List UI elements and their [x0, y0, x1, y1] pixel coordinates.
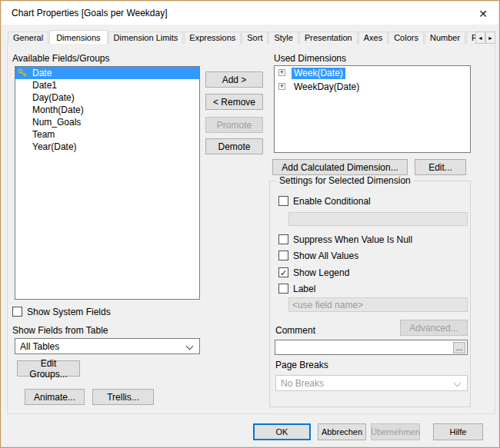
available-fields-list: Date Date1 Day(Date) Month(Date) Num_Goa…	[15, 66, 200, 300]
tab-scroll-right-icon[interactable]: ►	[485, 32, 495, 44]
list-item-label: Month(Date)	[32, 105, 84, 115]
tab-scroll-arrows: ◄ ►	[475, 32, 495, 44]
advanced-button: Advanced...	[400, 320, 468, 336]
show-legend-checkbox[interactable]: ✓Show Legend	[278, 267, 349, 277]
tab-expressions[interactable]: Expressions	[184, 32, 241, 44]
dimensions-tab-panel: Available Fields/Groups Date Date1	[7, 43, 495, 414]
expand-plus-icon[interactable]: +	[278, 83, 285, 90]
list-item-team[interactable]: Team	[15, 128, 199, 141]
page-breaks-value: No Breaks	[281, 378, 324, 389]
conditional-expression-field	[288, 212, 468, 226]
tab-number[interactable]: Number	[425, 32, 465, 44]
label-field-placeholder: <use field name>	[289, 298, 467, 312]
tab-axes[interactable]: Axes	[358, 32, 388, 44]
enable-conditional-checkbox[interactable]: Enable Conditional	[278, 195, 371, 206]
tree-item-week-date[interactable]: + Week(Date)	[275, 66, 470, 80]
list-item-label: Date	[32, 68, 52, 78]
checkbox-label: Enable Conditional	[293, 196, 371, 207]
comment-label: Comment	[275, 325, 315, 336]
demote-button[interactable]: Demote	[205, 138, 263, 154]
tab-dimension-limits[interactable]: Dimension Limits	[108, 32, 184, 44]
checkbox-box	[278, 284, 288, 294]
remove-button[interactable]: < Remove	[205, 94, 263, 110]
page-breaks-label: Page Breaks	[275, 360, 328, 370]
label-field: <use field name>	[288, 297, 468, 312]
table-select[interactable]: All Tables	[15, 338, 200, 354]
list-item-month-date[interactable]: Month(Date)	[15, 104, 199, 116]
checkbox-label: Label	[293, 284, 315, 294]
comment-field-wrap: ...	[275, 340, 468, 355]
tab-scroll-left-icon[interactable]: ◄	[475, 32, 485, 44]
checkbox-box	[278, 234, 288, 244]
tab-presentation[interactable]: Presentation	[299, 32, 358, 44]
edit-button[interactable]: Edit...	[415, 159, 466, 175]
key-icon	[18, 68, 27, 78]
list-item-label: Num_Goals	[32, 117, 81, 128]
chevron-down-icon	[454, 380, 462, 387]
tree-item-weekday-date[interactable]: + WeekDay(Date)	[275, 80, 470, 94]
check-icon: ✓	[280, 268, 287, 277]
list-item-label: Team	[32, 129, 55, 140]
show-system-fields-checkbox[interactable]: Show System Fields	[12, 306, 111, 317]
show-all-values-checkbox[interactable]: Show All Values	[278, 250, 358, 261]
add-button[interactable]: Add >	[205, 71, 263, 88]
tab-dimensions[interactable]: Dimensions	[49, 30, 107, 44]
show-fields-from-table-label: Show Fields from Table	[12, 325, 108, 336]
expand-plus-icon[interactable]: +	[278, 69, 285, 76]
page-breaks-select: No Breaks	[275, 375, 468, 391]
table-select-value: All Tables	[20, 341, 59, 352]
tab-strip: General Dimensions Dimension Limits Expr…	[8, 30, 476, 44]
available-fields-label: Available Fields/Groups	[12, 53, 110, 64]
list-item-date[interactable]: Date	[15, 67, 199, 79]
window-title: Chart Properties [Goals per Weekday]	[12, 2, 168, 25]
checkbox-label: Show System Fields	[27, 307, 111, 317]
comment-input[interactable]	[275, 340, 467, 354]
tab-general[interactable]: General	[8, 32, 48, 44]
list-item-label: Day(Date)	[32, 92, 75, 103]
tab-colors[interactable]: Colors	[388, 32, 424, 44]
comment-browse-button[interactable]: ...	[453, 342, 465, 353]
trellis-button[interactable]: Trellis...	[92, 389, 154, 405]
animate-button[interactable]: Animate...	[25, 389, 85, 405]
chart-properties-dialog: Chart Properties [Goals per Weekday] ✕ G…	[0, 0, 500, 448]
list-item-num-goals[interactable]: Num_Goals	[15, 116, 199, 128]
checkbox-box	[278, 251, 288, 261]
checkbox-label: Show Legend	[293, 267, 349, 278]
tab-sort[interactable]: Sort	[242, 32, 268, 44]
checkbox-label: Suppress When Value Is Null	[293, 234, 412, 245]
used-dimensions-label: Used Dimensions	[274, 53, 346, 64]
tree-item-label: WeekDay(Date)	[292, 81, 362, 93]
checkbox-box	[12, 307, 22, 317]
chevron-down-icon	[186, 343, 194, 350]
help-button[interactable]: Hilfe	[433, 423, 483, 440]
list-item-label: Year(Date)	[32, 141, 77, 152]
checkbox-box-checked: ✓	[278, 267, 288, 277]
add-calculated-dimension-button[interactable]: Add Calculated Dimension...	[272, 159, 408, 175]
used-dimensions-list: + Week(Date) + WeekDay(Date)	[274, 65, 471, 153]
edit-groups-button[interactable]: Edit Groups...	[17, 360, 80, 377]
close-icon[interactable]: ✕	[475, 6, 491, 22]
tree-item-label: Week(Date)	[292, 68, 345, 79]
cancel-button[interactable]: Abbrechen	[318, 423, 366, 440]
ok-button[interactable]: OK	[253, 423, 311, 440]
promote-button: Promote	[205, 117, 263, 133]
label-checkbox[interactable]: Label	[278, 283, 315, 294]
list-item-day-date[interactable]: Day(Date)	[15, 91, 199, 104]
checkbox-box	[278, 196, 288, 206]
list-item-date1[interactable]: Date1	[15, 79, 199, 91]
tab-style[interactable]: Style	[268, 32, 298, 44]
list-item-label: Date1	[32, 80, 57, 91]
list-item-year-date[interactable]: Year(Date)	[15, 141, 199, 153]
apply-button: Übernehmen	[371, 423, 420, 440]
suppress-null-checkbox[interactable]: Suppress When Value Is Null	[278, 234, 412, 244]
settings-group-label: Settings for Selected Dimension	[276, 175, 414, 186]
title-bar: Chart Properties [Goals per Weekday] ✕	[2, 2, 498, 25]
checkbox-label: Show All Values	[293, 251, 358, 261]
